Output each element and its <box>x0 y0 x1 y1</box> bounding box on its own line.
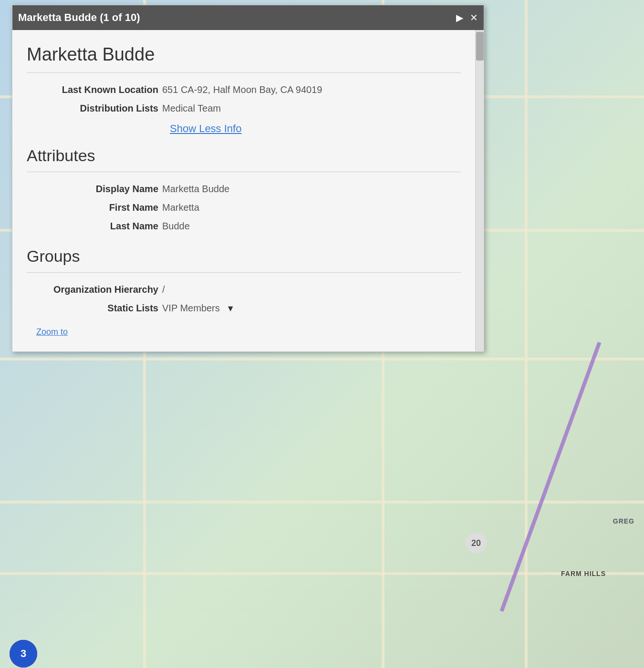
popup-titlebar: Marketta Budde (1 of 10) ▶ ✕ <box>12 5 484 30</box>
divider-2 <box>27 172 461 172</box>
last-name-value: Budde <box>160 217 461 236</box>
scrollbar-thumb[interactable] <box>476 32 484 61</box>
cluster-badge-blue[interactable]: 3 <box>10 640 37 668</box>
distribution-lists-label: Distribution Lists <box>27 99 160 118</box>
attributes-table: Display Name Marketta Budde First Name M… <box>27 180 461 236</box>
popup-body: Marketta Budde Last Known Location 651 C… <box>12 30 475 351</box>
divider-1 <box>27 72 461 73</box>
last-name-row: Last Name Budde <box>27 217 461 236</box>
titlebar-controls: ▶ ✕ <box>456 13 478 22</box>
popup-content: Marketta Budde Last Known Location 651 C… <box>12 30 475 351</box>
distribution-lists-row: Distribution Lists Medical Team <box>27 99 461 118</box>
org-hierarchy-row: Organization Hierarchy / <box>27 280 461 299</box>
org-hierarchy-label: Organization Hierarchy <box>27 280 160 299</box>
zoom-to-link[interactable]: Zoom to <box>27 322 461 342</box>
popup-panel: Marketta Budde (1 of 10) ▶ ✕ Marketta Bu… <box>12 5 484 352</box>
cluster-count-blue: 3 <box>21 647 26 660</box>
popup-scrollbar[interactable] <box>475 30 484 351</box>
route-badge: 20 <box>466 533 487 554</box>
popup-scroll-container: Marketta Budde Last Known Location 651 C… <box>12 30 484 351</box>
last-name-label: Last Name <box>27 217 160 236</box>
location-label: Last Known Location <box>27 81 160 99</box>
divider-3 <box>27 272 461 273</box>
greg-label: GREG <box>613 517 634 525</box>
distribution-lists-value: Medical Team <box>160 99 461 118</box>
first-name-row: First Name Marketta <box>27 198 461 217</box>
first-name-label: First Name <box>27 198 160 217</box>
display-name-value: Marketta Budde <box>160 180 461 198</box>
static-lists-label: Static Lists <box>27 299 160 318</box>
display-name-label: Display Name <box>27 180 160 198</box>
person-name-heading: Marketta Budde <box>27 44 461 65</box>
show-less-info-link[interactable]: Show Less Info <box>170 123 461 135</box>
info-table: Last Known Location 651 CA-92, Half Moon… <box>27 81 461 118</box>
groups-heading: Groups <box>27 247 461 266</box>
close-button[interactable]: ✕ <box>470 13 478 22</box>
play-button[interactable]: ▶ <box>456 13 463 22</box>
location-value: 651 CA-92, Half Moon Bay, CA 94019 <box>160 81 461 99</box>
display-name-row: Display Name Marketta Budde <box>27 180 461 198</box>
groups-table: Organization Hierarchy / Static Lists VI… <box>27 280 461 318</box>
dropdown-arrow-icon[interactable]: ▼ <box>226 304 235 313</box>
popup-title: Marketta Budde (1 of 10) <box>18 11 140 24</box>
location-row: Last Known Location 651 CA-92, Half Moon… <box>27 81 461 99</box>
org-hierarchy-value: / <box>160 280 461 299</box>
first-name-value: Marketta <box>160 198 461 217</box>
attributes-heading: Attributes <box>27 146 461 165</box>
static-lists-value: VIP Members ▼ <box>160 299 461 318</box>
farm-hills-label: FARM HILLS <box>561 570 606 577</box>
static-lists-row: Static Lists VIP Members ▼ <box>27 299 461 318</box>
